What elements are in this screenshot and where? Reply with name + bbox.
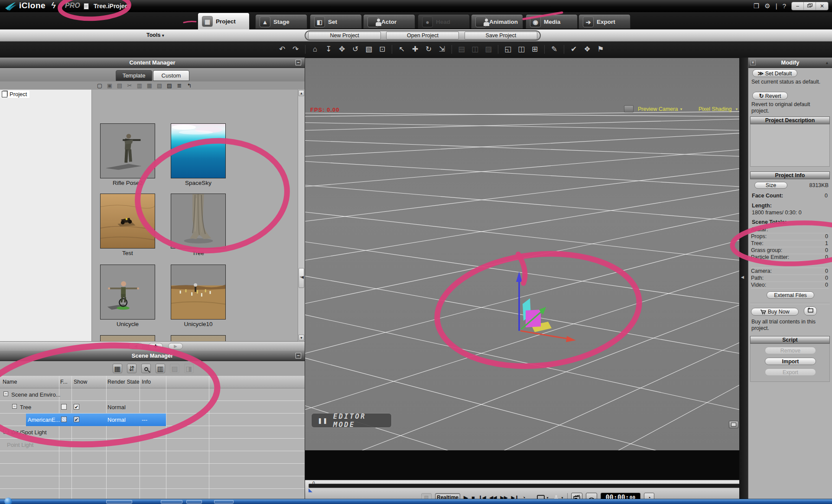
camera-caret-icon[interactable]: ▼ [679, 107, 683, 111]
new-project-button[interactable]: New Project [308, 32, 381, 39]
scene-manager-minimize-icon[interactable]: − [296, 353, 301, 359]
scale-tool-icon[interactable]: ⇲ [437, 44, 447, 55]
tab-set[interactable]: ◧Set [310, 14, 362, 29]
tab-media[interactable]: ◉Media [526, 14, 578, 29]
content-item-rifle-pose2[interactable]: Rifle Pose2 [100, 123, 155, 186]
content-item-partial-2[interactable] [171, 335, 226, 341]
help-icon[interactable]: ? [783, 1, 786, 11]
left-panel-collapse-icon[interactable]: ◀ [301, 275, 304, 279]
align-icon[interactable]: ▤ [457, 44, 466, 55]
tab-project[interactable]: ▦Project [198, 13, 250, 29]
search-icon[interactable] [141, 364, 151, 373]
thumbnail-scrollbar[interactable]: ▲ ▼ [298, 90, 305, 341]
timeline-slider[interactable]: 0 [309, 484, 744, 488]
tree-node-project[interactable]: Project [1, 90, 29, 98]
flag-icon[interactable]: ⚑ [596, 44, 605, 55]
tab-export[interactable]: ➔Export [578, 14, 630, 29]
transform-gizmo[interactable] [516, 271, 576, 342]
tab-animation[interactable]: Animation [471, 14, 523, 29]
maximize-viewport-icon[interactable] [729, 421, 738, 428]
new-folder-icon[interactable]: ▢ [96, 82, 103, 89]
list-view-icon[interactable]: ≣ [176, 82, 183, 89]
minimize-button[interactable]: – [792, 2, 804, 10]
tab-actor[interactable]: Actor [363, 14, 415, 29]
windows-taskbar[interactable] [0, 499, 832, 504]
orbit-view-icon[interactable]: ↺ [351, 44, 360, 55]
save-project-button[interactable]: Save Project [465, 32, 537, 39]
paste-content-icon[interactable]: ▦ [146, 82, 153, 89]
scroll-up-icon[interactable]: ▲ [299, 90, 304, 96]
revert-button[interactable]: ↻ Revert [752, 92, 788, 100]
parent-folder-icon[interactable]: ▤ [116, 82, 123, 89]
copy-icon[interactable]: ◫ [470, 44, 480, 55]
shading-selector[interactable]: Pixel Shading [699, 106, 731, 112]
modify-collapse-icon[interactable]: ▼ [750, 60, 756, 65]
pan-view-icon[interactable]: ✥ [337, 44, 347, 55]
settings-gear-icon[interactable]: ⚙ [764, 1, 770, 11]
open-folder-icon[interactable]: ▣ [106, 82, 113, 89]
move-tool-icon[interactable]: ✚ [410, 44, 420, 55]
grid-settings-icon[interactable]: ⊞ [530, 44, 540, 55]
project-description-box[interactable] [750, 124, 830, 167]
paste-icon[interactable]: ▨ [484, 44, 493, 55]
right-panel-collapse-icon[interactable]: ◀ [741, 275, 744, 279]
group-objects-icon[interactable]: ◨ [184, 364, 194, 373]
content-item-partial-1[interactable] [100, 335, 155, 341]
brush-icon[interactable]: ✎ [549, 44, 559, 55]
rotate-tool-icon[interactable]: ↻ [424, 44, 433, 55]
scroll-down-icon[interactable]: ▼ [299, 335, 304, 341]
select-tool-icon[interactable]: ↖ [397, 44, 406, 55]
viewport-3d[interactable]: FPS: 0.00 Preview Camera ▼ Pixel Shading… [305, 58, 739, 450]
paint-scene-icon[interactable]: ❖ [582, 44, 592, 55]
taskbar-button[interactable] [106, 500, 132, 504]
content-item-spacesky[interactable]: SpaceSky [171, 123, 226, 186]
frame-object-icon[interactable]: ⊡ [377, 44, 387, 55]
render-state-list-icon[interactable]: ▥ [156, 364, 165, 373]
tab-custom[interactable]: Custom [153, 70, 189, 81]
page-prev-icon[interactable]: ◀ [128, 343, 143, 349]
script-remove-button[interactable]: Remove [765, 347, 816, 354]
content-item-tree[interactable]: Tree [171, 194, 226, 256]
link-objects-icon[interactable]: ▨ [170, 364, 179, 373]
start-orb-icon[interactable] [4, 498, 12, 504]
open-project-button[interactable]: Open Project [386, 32, 459, 39]
camera-view-icon[interactable]: ▧ [364, 44, 374, 55]
sort-icon[interactable]: ⇵ [127, 364, 136, 373]
size-button[interactable]: Size [754, 182, 787, 189]
content-manager-minimize-icon[interactable]: − [296, 60, 301, 65]
link-check-icon[interactable]: ✔ [569, 44, 578, 55]
expander-icon[interactable]: + [3, 429, 8, 434]
expander-icon[interactable]: − [3, 391, 8, 396]
close-button[interactable]: ✕ [816, 2, 828, 10]
taskbar-button[interactable] [186, 500, 202, 504]
script-import-button[interactable]: Import [765, 358, 816, 365]
copy-content-icon[interactable]: ▥ [136, 82, 143, 89]
timeline-start-marker[interactable] [309, 488, 312, 492]
page-next-icon[interactable]: ▶ [168, 343, 183, 349]
preview-window-icon[interactable]: ◱ [503, 44, 513, 55]
content-store-icon[interactable]: ❒ [754, 1, 759, 11]
scene-row-tree[interactable]: − Tree ✔ Normal [0, 401, 305, 414]
camera-selector[interactable]: Preview Camera [638, 106, 678, 112]
camera-icon[interactable] [624, 105, 634, 113]
tab-stage[interactable]: ▲Stage [255, 14, 307, 29]
right-panel-divider[interactable]: ◀ [739, 58, 748, 504]
scene-row-environment[interactable]: − Scene and Enviro... [0, 388, 305, 401]
scene-row-point-light[interactable]: Point Light [0, 439, 305, 451]
cut-icon[interactable]: ✂ [126, 82, 133, 89]
external-files-button[interactable]: External Files [767, 291, 814, 299]
render-window-icon[interactable]: ◫ [517, 44, 526, 55]
taskbar-button[interactable] [161, 500, 182, 504]
undo-icon[interactable]: ↶ [277, 44, 287, 55]
filter-view-icon[interactable]: ▦ [113, 364, 122, 373]
freeze-checkbox[interactable] [61, 417, 67, 422]
tab-head[interactable]: ●Head [418, 14, 470, 29]
taskbar-button[interactable] [214, 500, 234, 504]
redo-icon[interactable]: ↷ [291, 44, 300, 55]
content-item-unicycle10[interactable]: Unicycle10 [171, 265, 226, 327]
expander-icon[interactable]: − [12, 404, 17, 409]
freeze-checkbox[interactable] [61, 404, 67, 410]
add-content-icon[interactable]: ✚ [148, 343, 163, 349]
script-export-button[interactable]: Export [765, 368, 816, 376]
content-item-unicycle[interactable]: Unicycle [100, 265, 155, 327]
